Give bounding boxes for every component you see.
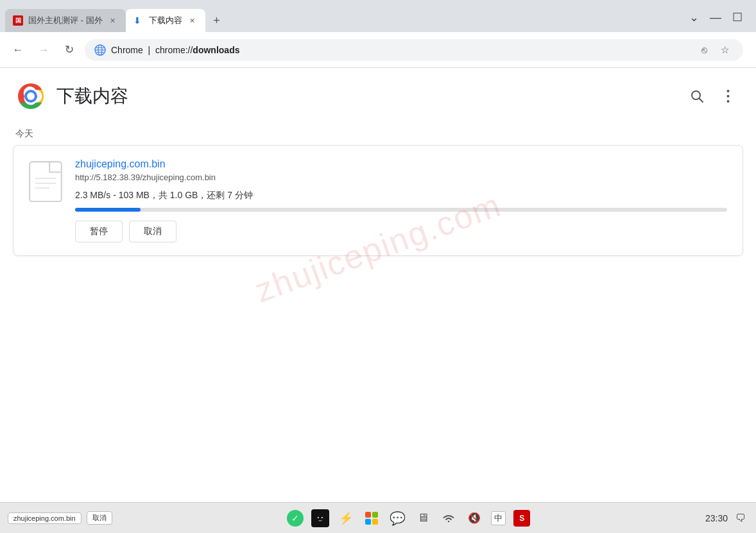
bookmark-button[interactable]: ☆: [716, 41, 734, 59]
page-content: 下载内容 zhujiceping.co: [0, 68, 756, 502]
fluent-icon[interactable]: [363, 509, 381, 527]
tab1-close-icon[interactable]: ✕: [108, 15, 118, 26]
taskbar-cancel-label: 取消: [92, 514, 107, 521]
page-title: 下载内容: [56, 84, 128, 108]
download-details: zhujiceping.com.bin http://5.182.38.39/z…: [75, 158, 727, 242]
url-prefix: chrome://: [155, 45, 193, 55]
taskbar-time: 23:30: [705, 513, 728, 523]
tab2-close-icon[interactable]: ✕: [187, 15, 198, 26]
address-bar[interactable]: Chrome | chrome://downloads ⎋ ☆: [85, 39, 743, 61]
address-text: Chrome | chrome://downloads: [111, 45, 690, 55]
tab2-title: 下载内容: [149, 15, 182, 26]
svg-point-9: [726, 90, 729, 92]
svg-point-10: [726, 95, 729, 97]
bluetooth-icon[interactable]: ⚡: [337, 509, 355, 527]
browser-name: Chrome: [111, 45, 143, 55]
file-url: http://5.182.38.39/zhujiceping.com.bin: [75, 173, 727, 182]
taskbar-cancel-thumb[interactable]: 取消: [87, 511, 112, 525]
tab-2[interactable]: ⬇ 下载内容 ✕: [126, 9, 205, 32]
language-indicator[interactable]: 中: [491, 511, 506, 525]
cancel-button[interactable]: 取消: [129, 221, 176, 242]
taskbar-thumb-label: zhujiceping.com.bin: [13, 514, 76, 522]
wechat-icon[interactable]: 💬: [388, 509, 406, 527]
tab2-favicon: ⬇: [133, 15, 144, 26]
svg-rect-25: [365, 519, 371, 525]
svg-rect-21: [319, 520, 322, 521]
taskbar-system-icons: ✓ ⚡: [112, 509, 705, 527]
volume-muted-icon[interactable]: 🔇: [465, 509, 483, 527]
chrome-logo: [15, 81, 46, 112]
filename-link[interactable]: zhujiceping.com.bin: [75, 158, 727, 170]
tab1-favicon: 国: [13, 15, 23, 26]
qq-icon[interactable]: [311, 509, 329, 527]
sougou-icon[interactable]: S: [513, 510, 530, 527]
check-icon[interactable]: ✓: [287, 510, 304, 527]
header-actions: [684, 83, 741, 109]
url-path: downloads: [193, 45, 239, 55]
new-tab-button[interactable]: +: [208, 12, 226, 30]
window-controls: ⌄ — ☐: [685, 9, 751, 32]
svg-line-8: [700, 99, 703, 103]
taskbar-thumbnail[interactable]: zhujiceping.com.bin: [8, 512, 82, 524]
svg-point-6: [27, 92, 35, 100]
back-button[interactable]: ←: [8, 40, 28, 60]
taskbar-thumbnails: zhujiceping.com.bin 取消: [8, 511, 112, 525]
chevron-down-icon[interactable]: ⌄: [685, 9, 702, 26]
taskbar-right: 23:30 🗨: [705, 511, 748, 526]
svg-rect-26: [372, 519, 378, 525]
download-actions: 暂停 取消: [75, 221, 727, 242]
pause-button[interactable]: 暂停: [75, 221, 123, 242]
file-icon: [29, 161, 62, 199]
notification-button[interactable]: 🗨: [733, 511, 748, 526]
progress-bar-background: [75, 208, 727, 212]
progress-bar-fill: [75, 208, 141, 212]
maximize-button[interactable]: ☐: [729, 9, 746, 26]
navigation-bar: ← → ↻ Chrome | chrome://downloads ⎋: [0, 32, 756, 68]
download-status: 2.3 MB/s - 103 MB，共 1.0 GB，还剩 7 分钟: [75, 190, 727, 201]
share-button[interactable]: ⎋: [695, 41, 713, 59]
svg-point-20: [322, 517, 323, 518]
more-options-button[interactable]: [715, 83, 741, 109]
search-downloads-button[interactable]: [684, 83, 710, 109]
address-actions: ⎋ ☆: [695, 41, 734, 59]
wifi-icon[interactable]: [440, 509, 458, 527]
svg-rect-24: [372, 512, 378, 518]
section-today-label: 今天: [0, 118, 756, 145]
downloads-header: 下载内容: [0, 68, 756, 118]
svg-point-22: [318, 512, 323, 517]
download-item: zhujiceping.com.bin http://5.182.38.39/z…: [13, 145, 743, 256]
site-icon: [94, 44, 106, 56]
minimize-button[interactable]: —: [707, 9, 724, 26]
tab-1[interactable]: 国 国外主机测评 - 国外 ✕: [5, 9, 126, 32]
refresh-button[interactable]: ↻: [59, 40, 80, 60]
forward-button[interactable]: →: [33, 40, 54, 60]
taskbar: zhujiceping.com.bin 取消 ✓: [0, 502, 756, 533]
tab1-title: 国外主机测评 - 国外: [28, 15, 103, 26]
svg-point-19: [318, 517, 319, 518]
svg-rect-12: [30, 162, 62, 201]
display-icon[interactable]: 🖥: [414, 509, 432, 527]
svg-rect-23: [365, 512, 371, 518]
svg-point-11: [726, 100, 729, 103]
